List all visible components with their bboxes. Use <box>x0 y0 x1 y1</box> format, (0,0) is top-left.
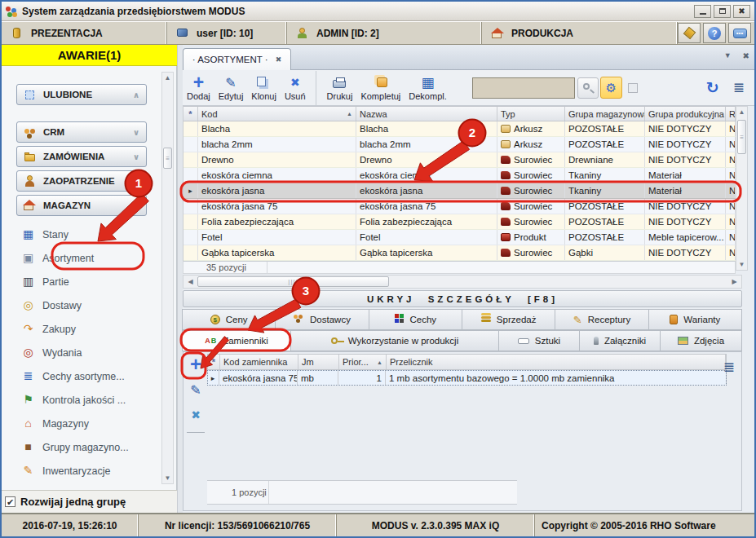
sidebar-item[interactable]: Stany <box>2 223 161 246</box>
sidebar-item[interactable]: Wydania <box>2 341 161 364</box>
scroll-left-icon[interactable]: ◀ <box>185 276 196 287</box>
table-row[interactable]: ekoskóra jasna ekoskóra jasna Surowiec T… <box>183 183 736 199</box>
close-icon[interactable]: ✖ <box>733 5 750 18</box>
row-indicator-header[interactable] <box>208 355 220 369</box>
scroll-up-icon[interactable]: ▲ <box>736 107 747 117</box>
minimize-icon[interactable] <box>694 5 711 18</box>
topbar-segment[interactable]: ADMIN [ID: 2] <box>287 22 482 44</box>
edit-button[interactable] <box>185 380 206 399</box>
sidebar-group-header[interactable]: CRM <box>16 121 147 143</box>
table-row[interactable]: Folia zabezpieczająca Folia zabezpieczaj… <box>183 214 736 230</box>
tab-asortyment[interactable]: · ASORTYMENT · ✖ <box>183 48 291 70</box>
scrollbar-thumb[interactable]: ≡ <box>737 120 746 154</box>
toolbar-button-icon <box>290 76 300 89</box>
column-chooser-icon[interactable] <box>723 359 735 376</box>
detail-tab[interactable]: Receptury <box>555 309 648 330</box>
scrollbar-thumb[interactable]: |||| <box>197 276 389 287</box>
topbar-segment[interactable]: PREZENTACJA <box>2 22 167 44</box>
sidebar-item[interactable]: Inwentaryzacje <box>2 459 161 483</box>
table-row[interactable]: Gąbka tapicerska Gąbka tapicerska Surowi… <box>183 245 736 261</box>
sidebar-item[interactable]: Dostawy <box>2 293 161 317</box>
close-icon[interactable]: ✖ <box>743 51 749 60</box>
tab-close-icon[interactable]: ✖ <box>276 55 282 64</box>
sidebar-item[interactable]: Partie <box>2 270 161 293</box>
detail-tab[interactable]: Wykorzystanie w produkcji <box>290 330 499 351</box>
column-header-r[interactable]: R <box>726 107 736 121</box>
message-button[interactable]: ••• <box>728 23 751 43</box>
table-hscrollbar[interactable]: ◀ |||| ▶ <box>183 275 742 289</box>
detail-tab[interactable]: Cechy <box>369 309 462 330</box>
table-row[interactable]: Fotel Fotel Produkt POZOSTAŁE Meble tapi… <box>183 230 736 245</box>
detail-tab[interactable]: Sprzedaż <box>462 309 555 330</box>
toolbar-button[interactable]: Drukuj <box>323 71 357 105</box>
sidebar-splitter[interactable] <box>177 45 183 513</box>
chevron-down-icon[interactable]: ▼ <box>724 51 732 60</box>
sidebar-item-label: Inwentaryzacje <box>42 465 110 477</box>
detail-tab[interactable]: Warianty <box>648 309 742 330</box>
refresh-icon[interactable] <box>706 78 719 97</box>
detail-tab[interactable]: Załączniki <box>579 330 661 351</box>
maximize-icon[interactable] <box>714 5 731 18</box>
table-row[interactable]: blacha 2mm blacha 2mm Arkusz POZOSTAŁE N… <box>183 137 736 152</box>
toolbar-button[interactable]: Kompletuj <box>356 71 405 105</box>
column-header-jm[interactable]: Jm <box>298 355 339 369</box>
gear-button[interactable] <box>600 77 622 99</box>
paint-bucket-button[interactable] <box>678 23 701 43</box>
detail-tab[interactable]: Ceny <box>182 309 276 330</box>
chevron-icon <box>133 177 139 186</box>
scroll-down-icon[interactable]: ▼ <box>162 473 173 483</box>
detail-tab[interactable]: Sztuki <box>498 330 580 351</box>
toolbar-button[interactable]: Dekompl. <box>405 71 450 105</box>
toolbar-button[interactable]: Edytuj <box>214 71 248 105</box>
sidebar-item[interactable]: Magazyny <box>2 412 161 435</box>
table-row[interactable]: Drewno Drewno Surowiec Drewniane NIE DOT… <box>183 152 736 168</box>
detail-table-row[interactable]: ekoskóra jasna 75 mb 1 1 mb asortymentu … <box>207 370 727 386</box>
scrollbar-thumb[interactable]: ≡ <box>163 148 172 169</box>
delete-button[interactable] <box>185 405 206 425</box>
toolbar-button[interactable]: Usuń <box>281 71 316 105</box>
table-row[interactable]: ekoskóra ciemna ekoskóra ciemna Surowiec… <box>183 168 736 183</box>
sidebar-item[interactable]: Kontrola jakości ... <box>2 388 161 412</box>
toolbar-button[interactable]: Dodaj <box>183 71 214 105</box>
sidebar-item[interactable]: Zakupy <box>2 317 161 341</box>
sidebar-group-header[interactable]: ZAOPATRZENIE <box>16 170 147 192</box>
table-vscrollbar[interactable]: ▲ ≡ ▼ <box>736 106 748 271</box>
column-header-prior[interactable]: Prior... <box>339 355 387 369</box>
sidebar-group-header[interactable]: ZAMÓWIENIA <box>16 146 147 167</box>
sidebar-item-icon <box>21 228 35 240</box>
toolbar-button[interactable]: Klonuj <box>247 71 281 105</box>
sidebar-item[interactable]: Cechy asortyme... <box>2 364 161 388</box>
detail-tab[interactable]: Zamienniki <box>182 330 291 351</box>
hide-details-button[interactable]: UKRYJ SZCZEGÓŁY [F8] <box>183 290 742 307</box>
scroll-up-icon[interactable]: ▲ <box>162 73 173 83</box>
column-header-nazwa[interactable]: Nazwa <box>356 107 497 121</box>
column-header-kod[interactable]: Kod <box>198 107 356 121</box>
sidebar-group-header[interactable]: MAGAZYN <box>16 195 147 216</box>
topbar-segment[interactable]: PRODUKCJA <box>482 22 678 44</box>
table-row[interactable]: Blacha Blacha Arkusz POZOSTAŁE NIE DOTYC… <box>183 121 736 137</box>
column-header-przelicznik[interactable]: Przelicznik <box>387 355 726 369</box>
table-row[interactable]: ekoskóra jasna 75 ekoskóra jasna 75 Suro… <box>183 199 736 214</box>
search-button[interactable] <box>577 77 599 99</box>
help-button[interactable]: ? <box>703 23 726 43</box>
scroll-down-icon[interactable]: ▼ <box>736 259 747 270</box>
awarie-alert[interactable]: AWARIE(1) <box>2 45 177 66</box>
column-header-kod-zamiennika[interactable]: Kod zamiennika <box>220 355 298 369</box>
sidebar-item[interactable]: Asortyment <box>2 246 161 270</box>
sidebar-scrollbar[interactable]: ▲ ≡ ▼ <box>161 72 174 484</box>
add-button[interactable] <box>185 355 206 374</box>
column-header-typ[interactable]: Typ <box>497 107 565 121</box>
column-header-grupa-produkcyjna[interactable]: Grupa produkcyjna <box>645 107 726 121</box>
topbar-segment[interactable]: user [ID: 10] <box>167 22 287 44</box>
row-indicator-header[interactable] <box>183 107 198 121</box>
column-chooser-icon[interactable] <box>733 79 745 96</box>
column-header-grupa-magazynowa[interactable]: Grupa magazynowa <box>565 107 645 121</box>
expand-one-group-checkbox[interactable]: ✔ <box>5 496 15 507</box>
sidebar-item[interactable]: Grupy magazyno... <box>2 435 161 459</box>
scroll-right-icon[interactable]: ▶ <box>729 276 740 287</box>
detail-tab[interactable]: Zdjęcia <box>660 330 742 351</box>
sidebar-group-header[interactable]: ULUBIONE <box>16 84 147 105</box>
detail-tab[interactable]: Dostawcy <box>275 309 369 330</box>
search-input[interactable] <box>472 77 575 99</box>
filter-checkbox[interactable] <box>628 83 638 93</box>
